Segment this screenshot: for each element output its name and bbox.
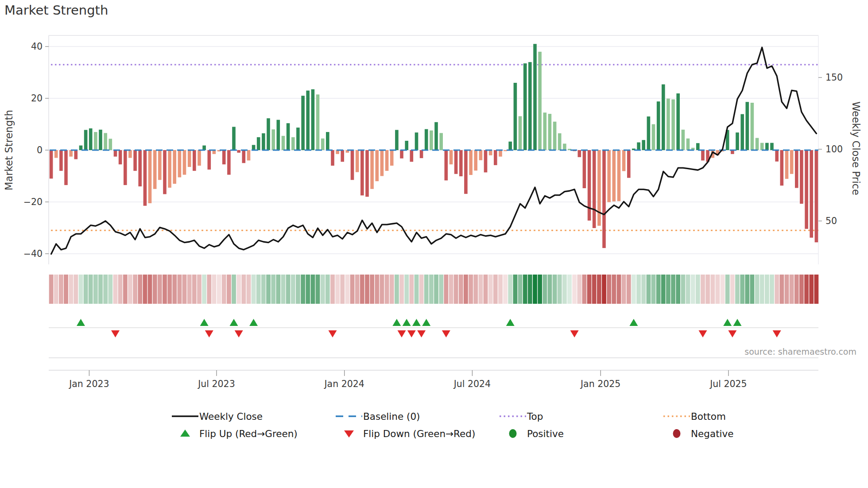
strength-bar: [370, 150, 374, 189]
heatmap-cell: [281, 275, 286, 304]
strength-bar: [622, 150, 626, 171]
heatmap-cell: [671, 275, 675, 304]
strength-bar: [148, 150, 152, 203]
heatmap-cell: [473, 275, 478, 304]
flip-up-marker: [733, 319, 742, 326]
strength-bar: [208, 150, 211, 170]
legend-flip-down: Flip Down (Green→Red): [363, 428, 475, 439]
strength-bar: [311, 89, 315, 150]
strength-bar: [356, 150, 359, 172]
heatmap-cell: [108, 275, 112, 304]
heatmap-cell: [158, 275, 162, 304]
strength-bar: [64, 150, 68, 185]
heatmap-cell: [222, 275, 226, 304]
heatmap-cell: [686, 275, 690, 304]
legend-baseline: Baseline (0): [363, 411, 420, 422]
heatmap-cell: [488, 275, 493, 304]
heatmap-cell: [740, 275, 744, 304]
strength-bar: [504, 150, 507, 151]
strength-bar: [109, 139, 112, 150]
heatmap-cell: [395, 275, 399, 304]
chart-title: Market Strength: [4, 3, 108, 18]
heatmap-cell: [128, 275, 132, 304]
heatmap-cell: [439, 275, 443, 304]
heatmap-cell: [113, 275, 118, 304]
heatmap-cell: [755, 275, 760, 304]
heatmap-cell: [415, 275, 419, 304]
heatmap-cell: [799, 275, 804, 304]
strength-bar: [765, 143, 769, 150]
flip-up-marker: [200, 319, 209, 326]
heatmap-cell: [454, 275, 458, 304]
strength-bar: [494, 150, 497, 165]
heatmap-cell: [716, 275, 720, 304]
strength-bar: [445, 150, 448, 180]
strength-bar: [756, 138, 759, 151]
heatmap-cell: [316, 275, 320, 304]
heatmap-cell: [469, 275, 473, 304]
strength-bar: [795, 150, 798, 188]
strength-bar: [474, 150, 477, 170]
heatmap-cell: [192, 275, 197, 304]
heatmap-cell: [252, 275, 256, 304]
strength-bar: [124, 150, 127, 185]
market-strength-chart: Jan 2023Jul 2023Jan 2024Jul 2024Jan 2025…: [0, 0, 868, 488]
flip-down-marker: [698, 330, 707, 337]
heatmap-cell: [212, 275, 217, 304]
flip-down-marker: [417, 330, 426, 337]
heatmap-cell: [335, 275, 340, 304]
heatmap-cell: [429, 275, 434, 304]
heatmap-cell: [498, 275, 503, 304]
strength-bar: [405, 141, 408, 150]
heatmap-cell: [143, 275, 147, 304]
heatmap-cell: [721, 275, 725, 304]
strength-bar: [385, 150, 389, 171]
strength-bar: [553, 122, 557, 150]
legend: Weekly CloseBaseline (0)TopBottomFlip Up…: [172, 411, 734, 439]
strength-bar: [420, 150, 423, 158]
heatmap-cell: [69, 275, 73, 304]
heatmap-cell: [227, 275, 231, 304]
right-tick-label: 100: [825, 144, 843, 155]
strength-bar: [538, 52, 542, 150]
heatmap-cell: [399, 275, 404, 304]
strength-bar: [810, 150, 813, 238]
heatmap-cell: [256, 275, 261, 304]
legend-negative-icon: [673, 429, 681, 438]
strength-bar: [528, 62, 532, 150]
strength-bar: [395, 130, 399, 150]
heatmap-cell: [607, 275, 611, 304]
heatmap-cell: [54, 275, 58, 304]
heatmap-cell: [217, 275, 221, 304]
heatmap-cell: [350, 275, 355, 304]
flip-down-marker: [442, 330, 450, 337]
strength-bar: [282, 136, 285, 150]
strength-bar: [188, 150, 191, 167]
left-tick-label: 20: [31, 93, 43, 104]
strength-bar: [89, 128, 93, 150]
heatmap-cell: [178, 275, 182, 304]
strength-bar: [489, 150, 492, 155]
strength-bar: [380, 150, 384, 176]
strength-bar: [647, 116, 651, 150]
heatmap-cell: [814, 275, 819, 304]
strength-bar: [247, 150, 251, 160]
heatmap-cell: [360, 275, 364, 304]
flip-down-marker: [773, 330, 781, 337]
strength-bar: [469, 150, 473, 175]
strength-bar: [271, 129, 275, 150]
heatmap-cell: [118, 275, 123, 304]
strength-bar: [84, 130, 88, 150]
flip-down-marker: [570, 330, 579, 337]
heatmap-cell: [577, 275, 581, 304]
heatmap-cell: [167, 275, 172, 304]
strength-bar: [760, 143, 764, 150]
strength-bar: [583, 150, 586, 188]
strength-bar: [686, 139, 690, 150]
heatmap-cell: [197, 275, 202, 304]
left-tick-label: −20: [23, 197, 43, 207]
heatmap-cell: [809, 275, 814, 304]
strength-bar: [548, 114, 552, 150]
heatmap-cell: [187, 275, 192, 304]
heatmap-cell: [380, 275, 384, 304]
